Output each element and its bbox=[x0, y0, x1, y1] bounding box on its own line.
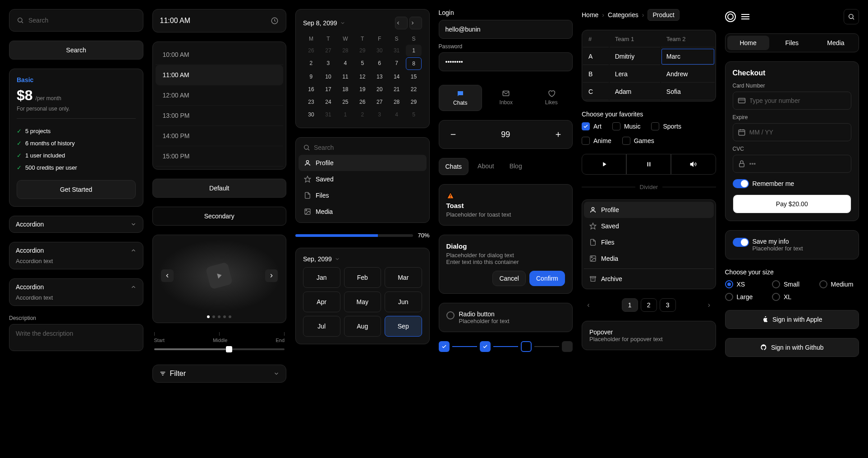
search-input[interactable] bbox=[28, 17, 136, 24]
segment-home[interactable]: Home bbox=[727, 36, 769, 50]
calendar-day[interactable]: 5 bbox=[354, 57, 371, 70]
time-slot[interactable]: 10:00 AM bbox=[156, 45, 284, 65]
calendar-day[interactable]: 27 bbox=[372, 96, 388, 108]
default-button[interactable]: Default bbox=[152, 179, 287, 198]
menu-item-media[interactable]: Media bbox=[299, 204, 427, 220]
calendar-day[interactable]: 22 bbox=[406, 83, 422, 95]
tab-blog-pill[interactable]: Blog bbox=[503, 158, 528, 175]
hamburger-icon[interactable] bbox=[741, 14, 749, 19]
carousel-dot[interactable] bbox=[218, 315, 220, 318]
menu-item-profile[interactable]: Profile bbox=[584, 202, 714, 218]
month-picker-label[interactable]: Sep, 2099 bbox=[303, 255, 422, 263]
calendar-day[interactable]: 15 bbox=[406, 71, 422, 83]
calendar-day[interactable]: 14 bbox=[389, 71, 405, 83]
apple-signin-button[interactable]: Sign in with Apple bbox=[725, 310, 859, 329]
month-option[interactable]: Jan bbox=[303, 267, 340, 288]
checkbox-option[interactable]: Games bbox=[622, 137, 654, 145]
calendar-day[interactable]: 8 bbox=[406, 57, 422, 70]
table-row[interactable]: ADmitriyMarc bbox=[583, 48, 715, 65]
github-signin-button[interactable]: Sign in with Github bbox=[725, 338, 859, 357]
accordion-item[interactable]: Accordion Accordion text bbox=[9, 242, 143, 269]
tab-chats-pill[interactable]: Chats bbox=[439, 158, 469, 175]
breadcrumb-item[interactable]: Categories bbox=[608, 11, 638, 19]
tab-inbox[interactable]: Inbox bbox=[485, 85, 528, 111]
breadcrumb-item[interactable]: Home bbox=[582, 11, 598, 19]
remember-toggle[interactable] bbox=[733, 179, 749, 188]
calendar-day[interactable]: 26 bbox=[303, 45, 319, 56]
checkbox-option[interactable]: Music bbox=[612, 122, 641, 130]
calendar-day[interactable]: 1 bbox=[337, 109, 354, 120]
calendar-prev[interactable] bbox=[395, 17, 408, 29]
month-option[interactable]: Jul bbox=[303, 316, 340, 337]
segment-media[interactable]: Media bbox=[815, 36, 857, 50]
filter-button[interactable]: Filter bbox=[152, 365, 287, 383]
calendar-day[interactable]: 27 bbox=[320, 45, 336, 56]
checkbox-input[interactable] bbox=[651, 122, 659, 130]
calendar-day[interactable]: 3 bbox=[320, 57, 336, 70]
pause-button[interactable] bbox=[626, 154, 671, 175]
calendar-day[interactable]: 2 bbox=[354, 109, 371, 120]
month-option[interactable]: Aug bbox=[344, 316, 381, 337]
size-option[interactable]: XL bbox=[772, 293, 812, 301]
tab-chats[interactable]: Chats bbox=[439, 85, 482, 111]
size-option[interactable]: Large bbox=[725, 293, 765, 301]
time-slot[interactable]: 14:00 PM bbox=[156, 126, 284, 146]
menu-item-files[interactable]: Files bbox=[584, 234, 714, 250]
password-input[interactable] bbox=[439, 52, 573, 71]
calendar-day[interactable]: 7 bbox=[389, 57, 405, 70]
description-textarea[interactable] bbox=[9, 324, 143, 351]
calendar-day[interactable]: 4 bbox=[389, 109, 405, 120]
calendar-day[interactable]: 28 bbox=[337, 45, 354, 56]
calendar-day[interactable]: 3 bbox=[372, 109, 388, 120]
calendar-day[interactable]: 20 bbox=[372, 83, 388, 95]
cancel-button[interactable]: Cancel bbox=[492, 271, 526, 286]
search-box[interactable] bbox=[9, 9, 143, 32]
time-slot[interactable]: 12:00 AM bbox=[156, 85, 284, 106]
checkbox-input[interactable] bbox=[582, 137, 590, 145]
calendar-day[interactable]: 19 bbox=[354, 83, 371, 95]
size-option[interactable]: Small bbox=[772, 280, 812, 288]
slider-handle[interactable] bbox=[226, 346, 232, 352]
cvc-input[interactable] bbox=[749, 160, 847, 167]
confirm-button[interactable]: Confirm bbox=[529, 271, 565, 286]
expire-input[interactable] bbox=[749, 129, 847, 136]
checkbox-option[interactable]: Anime bbox=[582, 137, 611, 145]
menu-item-media[interactable]: Media bbox=[584, 250, 714, 267]
calendar-day[interactable]: 2 bbox=[303, 57, 319, 70]
calendar-day[interactable]: 29 bbox=[406, 96, 422, 108]
time-slot[interactable]: 11:00 AM bbox=[156, 65, 284, 85]
search-button[interactable]: Search bbox=[9, 41, 143, 60]
radio-option[interactable]: Radio button Placeholder for text bbox=[439, 303, 573, 332]
month-option[interactable]: May bbox=[344, 291, 381, 312]
month-option[interactable]: Sep bbox=[385, 316, 422, 337]
checkbox-input[interactable] bbox=[622, 137, 630, 145]
menu-item-profile[interactable]: Profile bbox=[299, 155, 427, 171]
calendar-day[interactable]: 1 bbox=[406, 45, 422, 56]
stepper-decrease[interactable] bbox=[446, 128, 460, 141]
menu-item-saved[interactable]: Saved bbox=[584, 218, 714, 234]
calendar-day[interactable]: 31 bbox=[389, 45, 405, 56]
calendar-day[interactable]: 5 bbox=[406, 109, 422, 120]
calendar-day[interactable]: 13 bbox=[372, 71, 388, 83]
carousel-dot[interactable] bbox=[207, 315, 210, 318]
volume-button[interactable] bbox=[671, 154, 716, 175]
menu-search-input[interactable] bbox=[314, 144, 422, 151]
play-button[interactable] bbox=[582, 154, 626, 175]
calendar-day[interactable]: 4 bbox=[337, 57, 354, 70]
segment-files[interactable]: Files bbox=[771, 36, 813, 50]
size-option[interactable]: XS bbox=[725, 280, 765, 288]
radio-input[interactable] bbox=[446, 311, 455, 319]
calendar-day[interactable]: 23 bbox=[303, 96, 319, 108]
carousel-dot[interactable] bbox=[223, 315, 226, 318]
carousel-dot[interactable] bbox=[212, 315, 215, 318]
table-row[interactable]: CAdamSofia bbox=[583, 83, 715, 100]
menu-item-archive[interactable]: Archive bbox=[584, 271, 714, 287]
calendar-day[interactable]: 25 bbox=[337, 96, 354, 108]
calendar-day[interactable]: 31 bbox=[320, 109, 336, 120]
calendar-day[interactable]: 29 bbox=[354, 45, 371, 56]
pagination-next[interactable]: › bbox=[703, 298, 716, 312]
calendar-day[interactable]: 6 bbox=[372, 57, 388, 70]
email-input[interactable] bbox=[439, 20, 573, 39]
month-option[interactable]: Mar bbox=[385, 267, 422, 288]
save-info-toggle[interactable] bbox=[733, 238, 749, 247]
